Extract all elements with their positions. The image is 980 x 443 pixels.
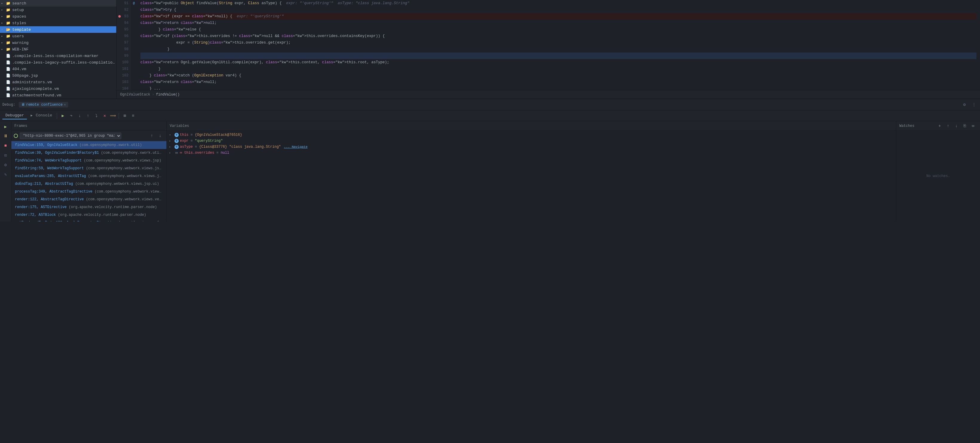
- resume-button[interactable]: ▶: [59, 112, 67, 120]
- more-options-button[interactable]: ≡: [129, 112, 137, 120]
- frame-method-7: render:122, AbstractTagDirective: [15, 197, 84, 202]
- thread-up-button[interactable]: ↑: [148, 132, 156, 140]
- watches-title: Watches: [899, 124, 914, 128]
- sidebar-resume-button[interactable]: ▶: [2, 122, 10, 131]
- grid-view-button[interactable]: ⊞: [121, 112, 129, 120]
- tree-item-500page[interactable]: 📄500page.jsp: [0, 72, 116, 79]
- console-icon: ▶: [30, 114, 33, 117]
- watches-up-button[interactable]: ↑: [944, 122, 952, 130]
- tree-item-template[interactable]: ▾📂template: [0, 26, 116, 33]
- frame-item-4[interactable]: evaluateParams:285, AbstractUITag (com.o…: [11, 172, 166, 180]
- debug-session-close[interactable]: ✕: [64, 103, 66, 106]
- code-line-104: } ...: [140, 86, 977, 90]
- code-line-93: class="kw">if (expr == class="kw">null) …: [140, 13, 977, 20]
- frame-class-2: (com.opensymphony.webwork.views.jsp): [84, 159, 161, 163]
- tree-item-users[interactable]: ▸📁users: [0, 33, 116, 40]
- tree-label-users: users: [12, 34, 115, 38]
- var-item-0[interactable]: ▾Othis = {OgnlValueStack@76516}: [167, 132, 896, 138]
- tree-label-attachmentnotfound: attachmentnotfound.vm: [12, 93, 115, 98]
- tree-item-compile-less[interactable]: 📄.compile-less.less-compilation-marker: [0, 52, 116, 59]
- sidebar-stop-button[interactable]: ■: [2, 141, 10, 150]
- frame-item-1[interactable]: findValue:30, OgnlValueFinder$Factory$1 …: [11, 149, 166, 157]
- sidebar-view-button[interactable]: ⊡: [2, 151, 10, 159]
- frame-item-5[interactable]: doEndTag:213, AbstractUITag (com.opensym…: [11, 180, 166, 188]
- frame-class-1: (com.opensymphony.xwork.util): [101, 151, 164, 155]
- code-line-102: } class="kw">catch (OgnlException var4) …: [140, 72, 977, 79]
- code-line-92: class="kw">try {: [140, 6, 977, 13]
- frame-item-9[interactable]: render:72, ASTBlock (org.apache.velocity…: [11, 211, 166, 219]
- tree-item-warning[interactable]: ▸📁warning: [0, 40, 116, 46]
- tree-item-WEB-INF[interactable]: ▸📁WEB-INF: [0, 46, 116, 52]
- debug-settings-button[interactable]: ⚙: [961, 101, 968, 108]
- frame-item-6[interactable]: processTag:349, AbstractTagDirective (co…: [11, 188, 166, 195]
- folder-icon-search: 📁: [6, 1, 11, 6]
- code-line-98: }: [140, 46, 977, 52]
- debugger-toolbar: Debugger ▶ Console ▶ ↷ ↓ ↑ ⤵ ✕ ⟹ ⊞ ≡: [0, 110, 980, 121]
- file-icon-compile-less-legacy: 📄: [6, 60, 11, 65]
- tree-item-search[interactable]: ▸📁search: [0, 0, 116, 6]
- tree-item-administrators[interactable]: 📄administrators.vm: [0, 79, 116, 86]
- var-arrow-3: ▸: [169, 151, 173, 155]
- frame-item-7[interactable]: render:122, AbstractTagDirective (com.op…: [11, 195, 166, 203]
- debug-more-button[interactable]: ⋮: [970, 101, 978, 108]
- frame-class-5: (com.opensymphony.webwork.views.jsp.ui): [75, 182, 159, 186]
- step-into-button[interactable]: ↓: [76, 112, 83, 120]
- var-item-2[interactable]: ▸OasType = {Class@33776} "class java.lan…: [167, 144, 896, 150]
- file-icon-compile-less: 📄: [6, 54, 11, 58]
- sidebar-pause-button[interactable]: ⏸: [2, 132, 10, 140]
- step-out-button[interactable]: ↑: [84, 112, 92, 120]
- sidebar-settings2-button[interactable]: ⚙: [2, 160, 10, 169]
- debug-sidebar: ▶⏸■⊡⚙✎: [0, 121, 11, 221]
- frame-class-0: (com.opensymphony.xwork.util): [80, 143, 142, 147]
- tree-label-administrators: administrators.vm: [12, 80, 115, 84]
- watches-infinity-button[interactable]: ∞: [969, 122, 977, 130]
- folder-icon-styles: 📁: [6, 21, 11, 25]
- code-hint-91: expr: "'queryString'" asType: "class jav…: [282, 0, 410, 6]
- sidebar-pin-button[interactable]: ✎: [2, 170, 10, 178]
- thread-select[interactable]: "http-nio-8090-exec-1"@42,965 in group "…: [20, 133, 121, 139]
- watches-add-button[interactable]: +: [936, 122, 943, 130]
- watches-down-button[interactable]: ↓: [953, 122, 960, 130]
- code-line-99: [140, 52, 977, 59]
- debug-content: ▶⏸■⊡⚙✎ Frames "http-nio-8090-exec-1"@42,…: [0, 121, 980, 221]
- line-num-96: 96: [119, 33, 129, 40]
- code-line-91: class="kw">public Object findValue(Strin…: [140, 0, 977, 6]
- var-value-0: {OgnlValueStack@76516}: [195, 133, 242, 137]
- frame-item-8[interactable]: render:175, ASTDirective (org.apache.vel…: [11, 203, 166, 211]
- stop-frames-button[interactable]: ✕: [101, 112, 108, 120]
- tree-item-404vm[interactable]: 📄404.vm: [0, 66, 116, 72]
- tree-label-500page: 500page.jsp: [12, 73, 115, 78]
- code-area: 919293949596979899100101102103104@class=…: [116, 0, 980, 90]
- var-item-3[interactable]: ▸∞∞ this.overrides = null: [167, 150, 896, 156]
- tab-console[interactable]: ▶ Console: [27, 112, 55, 119]
- tree-item-spaces[interactable]: ▸📁spaces: [0, 13, 116, 20]
- frame-item-0[interactable]: findValue:159, OgnlValueStack (com.opens…: [11, 141, 166, 149]
- run-to-cursor-button[interactable]: ⤵: [92, 112, 100, 120]
- tree-arrow-setup: ▸: [1, 8, 6, 12]
- tree-item-ajaxlogincomplete[interactable]: 📄ajaxlogincomplete.vm: [0, 86, 116, 92]
- var-item-1[interactable]: ▸Oexpr = "queryString": [167, 138, 896, 144]
- step-over-button[interactable]: ↷: [67, 112, 75, 120]
- evaluate-button[interactable]: ⟹: [109, 112, 117, 120]
- tree-item-styles[interactable]: ▸📁styles: [0, 20, 116, 26]
- tree-item-attachmentnotfound[interactable]: 📄attachmentnotfound.vm: [0, 92, 116, 98]
- frame-item-10[interactable]: getRenderedTagBody:180, ApplyDecoratorDi…: [11, 219, 166, 221]
- frame-item-3[interactable]: findString:59, WebWorkTagSupport (com.op…: [11, 165, 166, 172]
- watches-copy-button[interactable]: ⎘: [961, 122, 969, 130]
- thread-down-button[interactable]: ↓: [156, 132, 164, 140]
- line-num-100: 100: [119, 59, 129, 66]
- gutter-row-100: [131, 59, 137, 66]
- tree-label-template: template: [12, 27, 115, 32]
- frame-method-6: processTag:349, AbstractTagDirective: [15, 190, 92, 194]
- debug-session-tag[interactable]: 🖥 remote confluence ✕: [19, 102, 68, 108]
- watches-panel: Watches + ↑ ↓ ⎘ ∞ No watches.: [896, 121, 980, 221]
- var-icon-2: O: [175, 145, 179, 149]
- tab-debugger[interactable]: Debugger: [2, 112, 27, 119]
- var-navigate-2[interactable]: ... Navigate: [284, 145, 307, 149]
- tree-item-setup[interactable]: ▸📁setup: [0, 6, 116, 13]
- code-lines: class="kw">public Object findValue(Strin…: [137, 0, 980, 90]
- tree-item-compile-less-legacy[interactable]: 📄.compile-less-legacy-suffix.less-compil…: [0, 59, 116, 66]
- var-name-2: asType: [180, 145, 193, 149]
- frame-item-2[interactable]: findValue:74, WebWorkTagSupport (com.ope…: [11, 157, 166, 165]
- tree-arrow-users: ▸: [1, 34, 6, 38]
